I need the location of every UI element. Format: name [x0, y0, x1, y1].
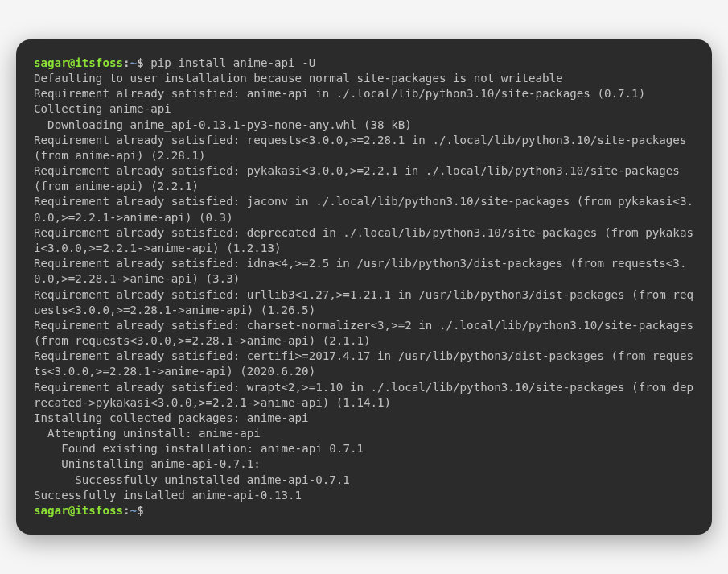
output-line: Collecting anime-api [34, 101, 694, 117]
prompt-user: sagar@itsfoss [34, 56, 123, 69]
output-line: Found existing installation: anime-api 0… [34, 441, 694, 456]
output-line: Requirement already satisfied: certifi>=… [34, 349, 694, 379]
terminal-window[interactable]: sagar@itsfoss:~$ pip install anime-api -… [16, 39, 712, 535]
output-line: Requirement already satisfied: charset-n… [34, 318, 694, 349]
output-line: Requirement already satisfied: wrapt<2,>… [34, 380, 694, 411]
prompt-path: ~ [130, 56, 138, 69]
output-line: Requirement already satisfied: deprecate… [34, 225, 694, 256]
output-line: Downloading anime_api-0.13.1-py3-none-an… [34, 118, 694, 133]
output-line: Requirement already satisfied: anime-api… [34, 86, 694, 101]
prompt-line-2[interactable]: sagar@itsfoss:~$ [34, 503, 694, 518]
output-line: Requirement already satisfied: urllib3<1… [34, 287, 694, 318]
output-line: Uninstalling anime-api-0.7.1: [34, 456, 694, 472]
output-line: Successfully installed anime-api-0.13.1 [34, 488, 694, 503]
output-line: Defaulting to user installation because … [34, 71, 694, 86]
prompt-line-1: sagar@itsfoss:~$ pip install anime-api -… [34, 56, 694, 71]
prompt-symbol: $ [137, 504, 144, 517]
output-line: Requirement already satisfied: jaconv in… [34, 194, 694, 225]
command-text-1: pip install anime-api -U [150, 56, 315, 69]
output-line: Successfully uninstalled anime-api-0.7.1 [34, 473, 694, 488]
output-line: Requirement already satisfied: idna<4,>=… [34, 256, 694, 287]
prompt-separator: : [123, 504, 130, 517]
output-line: Attempting uninstall: anime-api [34, 426, 694, 441]
prompt-path: ~ [130, 504, 138, 517]
prompt-user: sagar@itsfoss [34, 504, 123, 517]
output-line: Requirement already satisfied: pykakasi<… [34, 163, 694, 194]
output-line: Requirement already satisfied: requests<… [34, 133, 694, 163]
output-line: Installing collected packages: anime-api [34, 411, 694, 426]
command-input-1 [144, 56, 151, 69]
prompt-separator: : [123, 56, 130, 69]
prompt-symbol: $ [137, 56, 144, 69]
